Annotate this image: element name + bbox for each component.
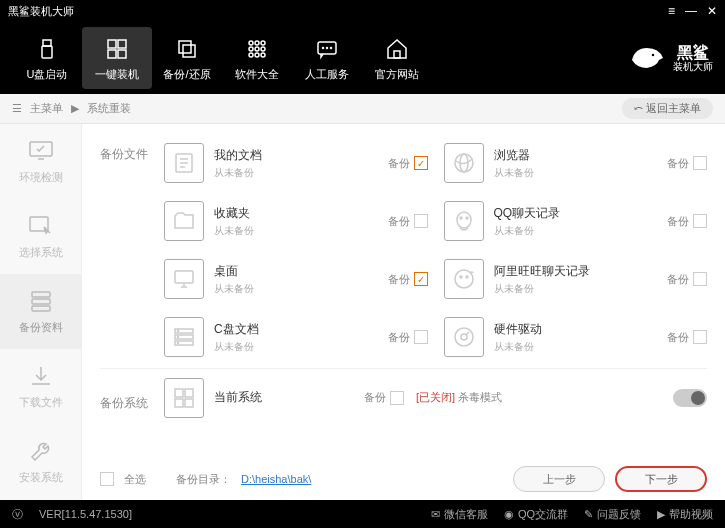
svg-rect-21	[394, 51, 400, 58]
select-all-checkbox[interactable]	[100, 472, 114, 486]
backup-item: 桌面从未备份 备份✓	[164, 250, 428, 308]
help-video[interactable]: ▶ 帮助视频	[657, 507, 713, 522]
nav-usb[interactable]: U盘启动	[12, 27, 82, 89]
backup-checkbox[interactable]: 备份	[388, 214, 428, 229]
windows-icon	[103, 35, 131, 63]
main-panel: 备份文件 我的文档从未备份 备份✓ 浏览器从未备份 备份 收藏夹从未备份 备份 …	[82, 124, 725, 500]
wechat-support[interactable]: ✉ 微信客服	[431, 507, 488, 522]
svg-rect-2	[108, 40, 116, 48]
backup-checkbox[interactable]: 备份	[667, 272, 707, 287]
nav-support[interactable]: 人工服务	[292, 27, 362, 89]
chat-icon	[313, 35, 341, 63]
backup-checkbox[interactable]: 备份	[667, 156, 707, 171]
system-section-label: 备份系统	[100, 383, 152, 412]
svg-point-19	[327, 47, 328, 48]
app-icon	[444, 259, 484, 299]
svg-point-41	[178, 331, 179, 332]
svg-point-12	[255, 47, 259, 51]
file-icon	[164, 259, 204, 299]
svg-point-32	[460, 217, 462, 219]
backup-checkbox[interactable]: 备份✓	[388, 272, 428, 287]
file-icon	[164, 143, 204, 183]
svg-rect-47	[185, 389, 193, 397]
svg-rect-1	[42, 46, 52, 58]
next-button[interactable]: 下一步	[615, 466, 707, 492]
back-main-button[interactable]: ⤺ 返回主菜单	[622, 98, 713, 119]
backup-checkbox[interactable]: 备份✓	[388, 156, 428, 171]
breadcrumb: ☰ 主菜单 ▶ 系统重装 ⤺ 返回主菜单	[0, 94, 725, 124]
breadcrumb-root[interactable]: 主菜单	[30, 101, 63, 116]
version-icon: ⓥ	[12, 507, 23, 522]
monitor-check-icon	[26, 138, 56, 164]
file-icon	[164, 317, 204, 357]
qq-group[interactable]: ◉ QQ交流群	[504, 507, 568, 522]
svg-rect-49	[185, 399, 193, 407]
sidebar-item-download[interactable]: 下载文件	[0, 349, 81, 424]
svg-rect-48	[175, 399, 183, 407]
backup-item: 浏览器从未备份 备份	[444, 134, 708, 192]
backup-item: QQ聊天记录从未备份 备份	[444, 192, 708, 250]
app-icon	[444, 143, 484, 183]
svg-rect-6	[179, 41, 191, 53]
sidebar-item-check[interactable]: 环境检测	[0, 124, 81, 199]
prev-button[interactable]: 上一步	[513, 466, 605, 492]
svg-point-44	[455, 328, 473, 346]
nav-software[interactable]: 软件大全	[222, 27, 292, 89]
nav-website[interactable]: 官方网站	[362, 27, 432, 89]
shark-icon	[627, 40, 667, 77]
backup-checkbox[interactable]: 备份	[667, 330, 707, 345]
download-icon	[26, 363, 56, 389]
system-backup-checkbox[interactable]: 备份	[364, 390, 404, 405]
nav-install[interactable]: 一键装机	[82, 27, 152, 89]
minimize-icon[interactable]: —	[685, 4, 697, 18]
feedback[interactable]: ✎ 问题反馈	[584, 507, 641, 522]
svg-point-14	[249, 53, 253, 57]
backup-checkbox[interactable]: 备份	[667, 214, 707, 229]
usb-icon	[33, 35, 61, 63]
svg-rect-5	[118, 50, 126, 58]
app-title: 黑鲨装机大师	[8, 4, 668, 19]
svg-point-11	[249, 47, 253, 51]
header: U盘启动 一键装机 备份/还原 软件大全 人工服务 官方网站 黑鲨 装机大师	[0, 22, 725, 94]
svg-point-36	[460, 276, 462, 278]
svg-point-31	[457, 212, 471, 228]
backup-item: 硬件驱动从未备份 备份	[444, 308, 708, 366]
sidebar-item-install[interactable]: 安装系统	[0, 424, 81, 499]
menu-icon[interactable]: ≡	[668, 4, 675, 18]
svg-rect-34	[175, 271, 193, 283]
svg-rect-25	[32, 292, 50, 297]
app-icon	[444, 201, 484, 241]
svg-point-8	[249, 41, 253, 45]
backup-dir-link[interactable]: D:\heisha\bak\	[241, 473, 311, 485]
home-icon	[383, 35, 411, 63]
cursor-icon	[26, 213, 56, 239]
nav-backup[interactable]: 备份/还原	[152, 27, 222, 89]
copy-icon	[173, 35, 201, 63]
svg-rect-0	[43, 40, 51, 46]
sidebar-item-backup[interactable]: 备份资料	[0, 274, 81, 349]
svg-point-43	[178, 343, 179, 344]
svg-rect-27	[32, 306, 50, 311]
backup-item: C盘文档从未备份 备份	[164, 308, 428, 366]
svg-rect-46	[175, 389, 183, 397]
sidebar-item-system[interactable]: 选择系统	[0, 199, 81, 274]
titlebar: 黑鲨装机大师 ≡ — ✕	[0, 0, 725, 22]
app-icon	[444, 317, 484, 357]
backup-item: 收藏夹从未备份 备份	[164, 192, 428, 250]
close-icon[interactable]: ✕	[707, 4, 717, 18]
backup-checkbox[interactable]: 备份	[388, 330, 428, 345]
kill-mode-label: [已关闭] 杀毒模式	[416, 390, 502, 405]
svg-point-9	[255, 41, 259, 45]
backup-item: 阿里旺旺聊天记录从未备份 备份	[444, 250, 708, 308]
version-label: VER[11.5.47.1530]	[39, 508, 132, 520]
breadcrumb-current: 系统重装	[87, 101, 131, 116]
svg-point-10	[261, 41, 265, 45]
list-icon: ☰	[12, 102, 22, 115]
windows-grid-icon	[164, 378, 204, 418]
svg-rect-3	[118, 40, 126, 48]
grid-icon	[243, 35, 271, 63]
database-icon	[26, 288, 56, 314]
svg-point-20	[331, 47, 332, 48]
backup-item: 我的文档从未备份 备份✓	[164, 134, 428, 192]
kill-mode-toggle[interactable]	[673, 389, 707, 407]
